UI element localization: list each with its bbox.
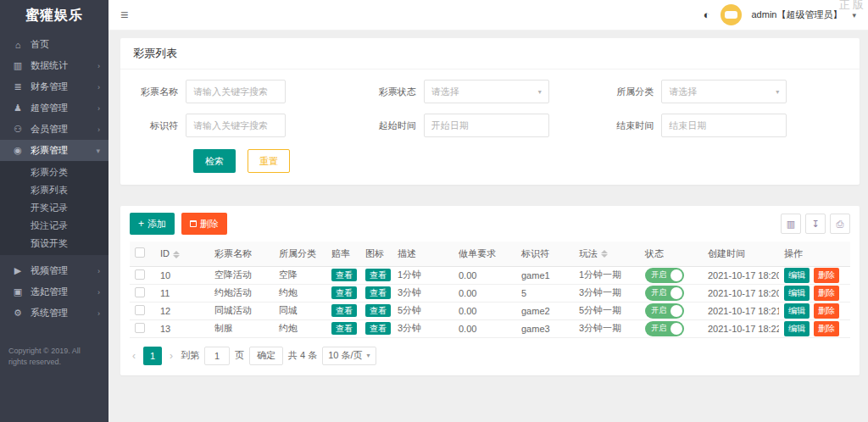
cell-created: 2021-10-17 18:20 bbox=[703, 284, 779, 302]
search-form: 彩票名称 彩票状态 请选择 ▾ 所属分类 请选择 bbox=[120, 69, 860, 185]
header-created: 创建时间 bbox=[703, 242, 779, 266]
header-play[interactable]: 玩法 bbox=[574, 242, 640, 266]
row-checkbox[interactable] bbox=[135, 287, 145, 297]
view-odds-button[interactable]: 查看 bbox=[331, 286, 357, 299]
cell-category: 同城 bbox=[274, 302, 326, 319]
sidebar-item-superadmin[interactable]: ♟ 超管管理 › bbox=[0, 97, 108, 119]
delete-button[interactable]: 删除 bbox=[181, 213, 227, 235]
cell-req: 0.00 bbox=[453, 319, 516, 337]
sidebar-item-finance[interactable]: ≣ 财务管理 › bbox=[0, 76, 108, 97]
search-button[interactable]: 检索 bbox=[193, 149, 236, 173]
status-label: 彩票状态 bbox=[371, 86, 424, 98]
cell-identifier: 5 bbox=[516, 284, 574, 302]
edit-button[interactable]: 编辑 bbox=[784, 321, 810, 336]
chevron-right-icon: › bbox=[97, 309, 100, 318]
view-icon-button[interactable]: 查看 bbox=[365, 269, 391, 281]
submenu-item-preset-draw[interactable]: 预设开奖 bbox=[0, 235, 108, 253]
table-toolbar: + 添加 删除 ▥ ↧ ⎙ bbox=[120, 206, 860, 242]
hamburger-icon[interactable]: ≡ bbox=[120, 8, 128, 22]
goto-page-input[interactable] bbox=[204, 347, 230, 365]
caret-down-icon[interactable]: ▾ bbox=[852, 11, 856, 19]
edit-button[interactable]: 编辑 bbox=[784, 303, 810, 319]
sidebar-item-label: 会员管理 bbox=[31, 123, 68, 136]
goto-confirm-button[interactable]: 确定 bbox=[249, 347, 283, 365]
submenu-item-bet-records[interactable]: 投注记录 bbox=[0, 217, 108, 235]
page-size-select[interactable]: 10 条/页 ▾ bbox=[322, 347, 376, 365]
view-odds-button[interactable]: 查看 bbox=[331, 304, 357, 317]
sidebar-item-members[interactable]: ⚇ 会员管理 › bbox=[0, 119, 108, 140]
reset-button[interactable]: 重置 bbox=[248, 149, 290, 173]
name-label: 彩票名称 bbox=[133, 86, 186, 98]
submenu-item-lottery-category[interactable]: 彩票分类 bbox=[0, 164, 108, 181]
status-toggle[interactable]: 开启 bbox=[645, 321, 684, 336]
row-delete-button[interactable]: 删除 bbox=[814, 286, 839, 301]
status-toggle[interactable]: 开启 bbox=[645, 303, 684, 319]
view-icon-button[interactable]: 查看 bbox=[365, 286, 391, 299]
export-icon[interactable]: ↧ bbox=[805, 214, 826, 234]
chevron-down-icon: ▾ bbox=[96, 147, 100, 155]
sidebar-item-statistics[interactable]: ▥ 数据统计 › bbox=[0, 55, 108, 76]
cell-play: 3分钟一期 bbox=[574, 319, 640, 337]
name-input[interactable] bbox=[186, 80, 286, 103]
sidebar-item-lottery[interactable]: ◉ 彩票管理 ▾ bbox=[0, 140, 108, 161]
topbar: ≡ ◐ admin【超级管理员】 ▾ 正版 bbox=[108, 0, 868, 31]
header-identifier: 标识符 bbox=[516, 242, 574, 266]
status-toggle[interactable]: 开启 bbox=[645, 268, 684, 283]
view-odds-button[interactable]: 查看 bbox=[331, 322, 357, 335]
sidebar-item-video[interactable]: ▶ 视频管理 › bbox=[0, 260, 108, 281]
submenu-item-draw-records[interactable]: 开奖记录 bbox=[0, 199, 108, 217]
edit-button[interactable]: 编辑 bbox=[784, 268, 810, 283]
cell-name: 空降活动 bbox=[209, 266, 274, 284]
pagination: ‹ 1 › 到第 页 确定 共 4 条 10 条/页 ▾ bbox=[120, 338, 860, 375]
status-select[interactable]: 请选择 ▾ bbox=[424, 80, 549, 103]
status-toggle[interactable]: 开启 bbox=[645, 286, 684, 301]
edit-button[interactable]: 编辑 bbox=[784, 286, 810, 301]
user-menu[interactable]: admin【超级管理员】 bbox=[752, 8, 843, 21]
row-delete-button[interactable]: 删除 bbox=[814, 268, 839, 283]
sidebar-item-home[interactable]: ⌂ 首页 bbox=[0, 34, 108, 55]
table-row: 10 空降活动 空降 查看 查看 1分钟 0.00 game1 1分钟一期 开启… bbox=[130, 266, 850, 284]
avatar[interactable] bbox=[721, 4, 742, 25]
user-icon: ♟ bbox=[11, 103, 25, 114]
cell-created: 2021-10-17 18:22 bbox=[703, 319, 779, 337]
home-icon: ⌂ bbox=[11, 40, 25, 50]
add-button[interactable]: + 添加 bbox=[130, 213, 175, 235]
cell-req: 0.00 bbox=[453, 302, 516, 319]
prev-page-button[interactable]: ‹ bbox=[130, 350, 138, 362]
theme-icon[interactable]: ◐ bbox=[704, 8, 710, 21]
select-all-checkbox[interactable] bbox=[135, 247, 145, 258]
submenu-item-lottery-list[interactable]: 彩票列表 bbox=[0, 181, 108, 199]
sidebar-item-xuanfei[interactable]: ▣ 选妃管理 › bbox=[0, 281, 108, 303]
print-icon[interactable]: ⎙ bbox=[830, 214, 850, 234]
columns-filter-icon[interactable]: ▥ bbox=[781, 214, 801, 234]
topbar-right: ◐ admin【超级管理员】 ▾ bbox=[704, 4, 856, 25]
sort-icon[interactable] bbox=[173, 251, 180, 258]
cell-id: 13 bbox=[155, 319, 209, 337]
row-checkbox[interactable] bbox=[135, 323, 145, 333]
start-date-input[interactable] bbox=[424, 114, 549, 137]
view-icon-button[interactable]: 查看 bbox=[365, 304, 391, 317]
sidebar-item-label: 超管管理 bbox=[31, 102, 68, 114]
cell-identifier: game3 bbox=[516, 319, 574, 337]
next-page-button[interactable]: › bbox=[167, 350, 175, 362]
end-time-label: 结束时间 bbox=[609, 119, 661, 132]
header-id[interactable]: ID bbox=[155, 242, 209, 266]
cell-category: 约炮 bbox=[274, 319, 326, 337]
table-tool-icons: ▥ ↧ ⎙ bbox=[781, 214, 850, 234]
cell-play: 3分钟一期 bbox=[574, 284, 640, 302]
end-date-input[interactable] bbox=[661, 114, 787, 137]
view-icon-button[interactable]: 查看 bbox=[365, 322, 391, 335]
sidebar-item-system[interactable]: ⚙ 系统管理 › bbox=[0, 303, 108, 324]
page-number-button[interactable]: 1 bbox=[143, 347, 162, 365]
sort-icon[interactable] bbox=[601, 250, 608, 258]
row-delete-button[interactable]: 删除 bbox=[814, 321, 839, 336]
row-checkbox[interactable] bbox=[135, 305, 145, 315]
page-title: 彩票列表 bbox=[120, 38, 860, 69]
row-delete-button[interactable]: 删除 bbox=[814, 303, 839, 319]
row-checkbox[interactable] bbox=[135, 269, 145, 280]
category-select[interactable]: 请选择 ▾ bbox=[661, 80, 787, 103]
sidebar-item-label: 系统管理 bbox=[31, 307, 68, 319]
view-odds-button[interactable]: 查看 bbox=[331, 269, 357, 281]
identifier-input[interactable] bbox=[186, 114, 286, 137]
header-ops: 操作 bbox=[779, 242, 850, 266]
